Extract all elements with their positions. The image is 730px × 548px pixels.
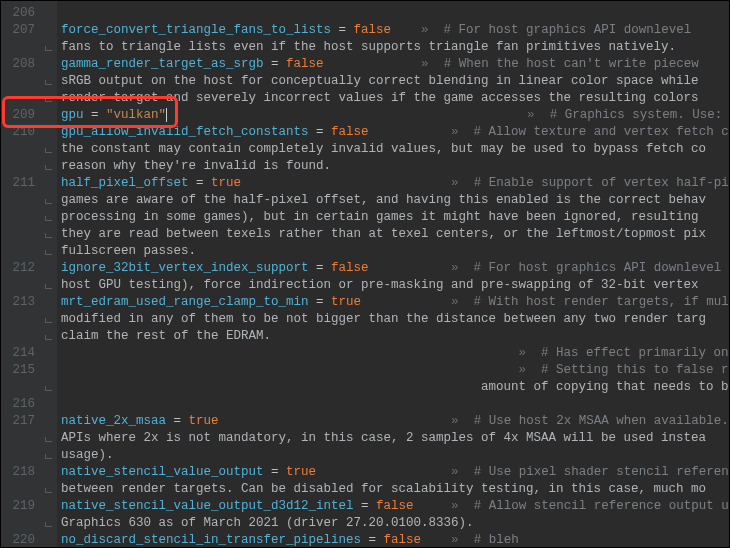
code-line[interactable]: modified in any of them to be not bigger… bbox=[61, 311, 729, 328]
comment-text: # Enable support of vertex half-pi bbox=[474, 176, 729, 190]
config-key: native_stencil_value_output bbox=[61, 465, 264, 479]
code-line[interactable]: force_convert_triangle_fans_to_lists = f… bbox=[61, 22, 729, 39]
gutter-blank bbox=[43, 362, 57, 379]
comment-text: # Setting this to false results in bbox=[541, 363, 729, 377]
code-line[interactable] bbox=[61, 5, 729, 22]
code-line[interactable]: native_stencil_value_output = true » # U… bbox=[61, 464, 729, 481]
comment-text: # bleh bbox=[474, 533, 519, 547]
line-number bbox=[5, 73, 35, 90]
code-line[interactable] bbox=[61, 396, 729, 413]
code-line[interactable]: amount of copying that needs to be bbox=[61, 379, 729, 396]
code-line[interactable]: usage). bbox=[61, 447, 729, 464]
config-value: "vulkan" bbox=[106, 108, 166, 122]
code-line[interactable]: mrt_edram_used_range_clamp_to_min = true… bbox=[61, 294, 729, 311]
line-number bbox=[5, 430, 35, 447]
line-number bbox=[5, 158, 35, 175]
line-number bbox=[5, 39, 35, 56]
comment-marker: » bbox=[451, 465, 474, 479]
line-number bbox=[5, 328, 35, 345]
config-key: native_2x_msaa bbox=[61, 414, 166, 428]
comment-marker: » bbox=[451, 499, 474, 513]
comment-marker: » bbox=[421, 57, 444, 71]
code-line[interactable]: » # Has effect primarily on draws wi bbox=[61, 345, 729, 362]
config-key: native_stencil_value_output_d3d12_intel bbox=[61, 499, 354, 513]
wrap-indicator bbox=[43, 328, 57, 345]
comment-text: # Has effect primarily on draws wi bbox=[541, 346, 729, 360]
code-line[interactable]: Graphics 630 as of March 2021 (driver 27… bbox=[61, 515, 729, 532]
line-number: 213 bbox=[5, 294, 35, 311]
comment-text: # Use host 2x MSAA when available. bbox=[474, 414, 729, 428]
config-key: ignore_32bit_vertex_index_support bbox=[61, 261, 309, 275]
code-editor[interactable]: 2062072082092102112122132142152162172182… bbox=[0, 0, 730, 548]
line-number bbox=[5, 447, 35, 464]
code-line[interactable]: no_discard_stencil_in_transfer_pipelines… bbox=[61, 532, 729, 547]
line-number: 212 bbox=[5, 260, 35, 277]
wrap-indicator bbox=[43, 430, 57, 447]
code-line[interactable]: between render targets. Can be disabled … bbox=[61, 481, 729, 498]
config-key: gpu bbox=[61, 108, 84, 122]
config-key: gpu_allow_invalid_fetch_constants bbox=[61, 125, 309, 139]
gutter-blank bbox=[43, 532, 57, 548]
code-line[interactable]: claim the rest of the EDRAM. bbox=[61, 328, 729, 345]
line-number: 219 bbox=[5, 498, 35, 515]
code-line[interactable]: reason why they're invalid is found. bbox=[61, 158, 729, 175]
code-line[interactable]: render target and severely incorrect val… bbox=[61, 90, 729, 107]
config-value: true bbox=[189, 414, 219, 428]
wrap-indicator bbox=[43, 515, 57, 532]
gutter-blank bbox=[43, 396, 57, 413]
line-number: 220 bbox=[5, 532, 35, 548]
comment-text: # When the host can't write piecew bbox=[444, 57, 699, 71]
code-line[interactable]: games are aware of the half-pixel offset… bbox=[61, 192, 729, 209]
wrap-indicator bbox=[43, 379, 57, 396]
code-line[interactable]: processing in some games), but in certai… bbox=[61, 209, 729, 226]
gutter-blank bbox=[43, 175, 57, 192]
comment-text: # Graphics system. Use: [any, bbox=[550, 108, 729, 122]
wrap-indicator bbox=[43, 311, 57, 328]
comment-text: # Allow stencil reference output u bbox=[474, 499, 729, 513]
config-key: half_pixel_offset bbox=[61, 176, 189, 190]
wrap-indicator bbox=[43, 158, 57, 175]
code-line[interactable]: they are read between texels rather than… bbox=[61, 226, 729, 243]
comment-text: # With host render targets, if mul bbox=[474, 295, 729, 309]
line-number bbox=[5, 226, 35, 243]
code-line[interactable]: native_2x_msaa = true » # Use host 2x MS… bbox=[61, 413, 729, 430]
comment-marker: » bbox=[519, 346, 542, 360]
code-line[interactable]: » # Setting this to false results in bbox=[61, 362, 729, 379]
comment-marker: » bbox=[451, 295, 474, 309]
gutter-blank bbox=[43, 22, 57, 39]
gutter-blank bbox=[43, 294, 57, 311]
comment-marker: » bbox=[527, 108, 550, 122]
line-number: 215 bbox=[5, 362, 35, 379]
code-area[interactable]: force_convert_triangle_fans_to_lists = f… bbox=[57, 1, 729, 547]
wrap-indicator bbox=[43, 243, 57, 260]
gutter-blank bbox=[43, 345, 57, 362]
wrap-indicator bbox=[43, 481, 57, 498]
comment-text: # For host graphics API downlevel bbox=[444, 23, 699, 37]
line-number: 217 bbox=[5, 413, 35, 430]
config-value: true bbox=[331, 295, 361, 309]
config-value: false bbox=[331, 125, 369, 139]
line-number bbox=[5, 277, 35, 294]
code-line[interactable]: gpu = "vulkan" » # Graphics system. Use:… bbox=[61, 107, 729, 124]
code-line[interactable]: host GPU testing), force indirection or … bbox=[61, 277, 729, 294]
code-line[interactable]: ignore_32bit_vertex_index_support = fals… bbox=[61, 260, 729, 277]
comment-text: # Allow texture and vertex fetch c bbox=[474, 125, 729, 139]
code-line[interactable]: sRGB output on the host for conceptually… bbox=[61, 73, 729, 90]
code-line[interactable]: fans to triangle lists even if the host … bbox=[61, 39, 729, 56]
gutter-blank bbox=[43, 56, 57, 73]
line-number bbox=[5, 481, 35, 498]
code-line[interactable]: the constant may contain completely inva… bbox=[61, 141, 729, 158]
wrap-indicator bbox=[43, 447, 57, 464]
wrap-indicator bbox=[43, 73, 57, 90]
config-value: false bbox=[286, 57, 324, 71]
code-line[interactable]: gamma_render_target_as_srgb = false » # … bbox=[61, 56, 729, 73]
code-line[interactable]: fullscreen passes. bbox=[61, 243, 729, 260]
code-line[interactable]: half_pixel_offset = true » # Enable supp… bbox=[61, 175, 729, 192]
line-number bbox=[5, 90, 35, 107]
line-number bbox=[5, 192, 35, 209]
code-line[interactable]: gpu_allow_invalid_fetch_constants = fals… bbox=[61, 124, 729, 141]
config-key: force_convert_triangle_fans_to_lists bbox=[61, 23, 331, 37]
code-line[interactable]: APIs where 2x is not mandatory, in this … bbox=[61, 430, 729, 447]
code-line[interactable]: native_stencil_value_output_d3d12_intel … bbox=[61, 498, 729, 515]
comment-text: # For host graphics API downlevel bbox=[474, 261, 729, 275]
